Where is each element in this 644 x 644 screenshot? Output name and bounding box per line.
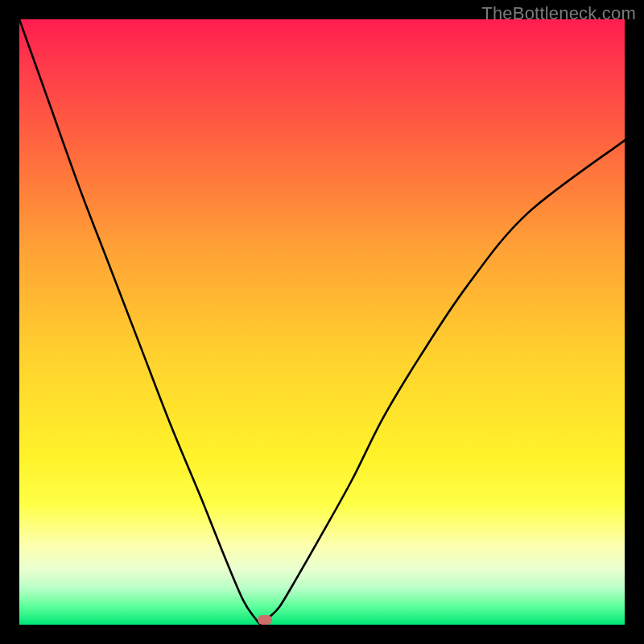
curve-path	[19, 19, 625, 625]
chart-frame: TheBottleneck.com	[0, 0, 644, 644]
bottleneck-curve	[19, 19, 625, 625]
plot-area	[19, 19, 625, 625]
optimal-match-marker	[258, 615, 272, 625]
